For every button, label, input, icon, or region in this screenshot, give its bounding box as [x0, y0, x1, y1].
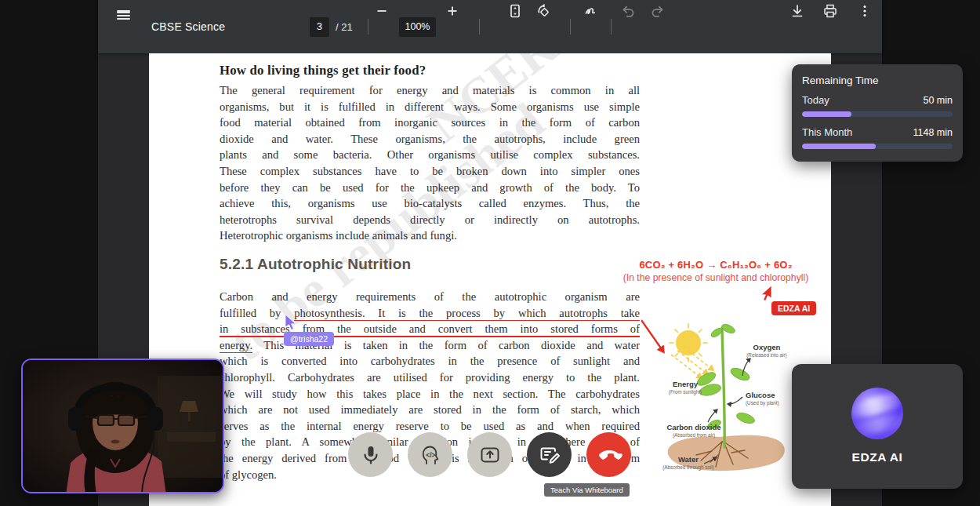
pdf-text-line: Heterotrophic organisms include animals …	[220, 228, 640, 244]
pdf-text-line: food material obtained from inorganic so…	[220, 115, 640, 131]
pdf-text-line: These complex substances have to be brok…	[220, 163, 640, 180]
zoom-level-input[interactable]: 100%	[399, 17, 436, 37]
plant-stem	[722, 328, 724, 447]
equation-condition: (In the presence of sunlight and chlorop…	[613, 272, 818, 283]
pdf-text-line: which is converted into carbohydrates in…	[220, 353, 640, 369]
download-icon[interactable]	[786, 0, 808, 22]
toolbar-divider	[611, 19, 612, 35]
pdf-text-line: energy. This material is taken in the fo…	[220, 337, 640, 354]
red-underline-annotation: in substances from the outside and conve…	[220, 322, 640, 337]
rotate-icon[interactable]	[532, 0, 554, 22]
ai-annotation-equation: 6CO₂ + 6H₂O → C₆H₁₂O₆ + 6O₂ (In the pres…	[613, 259, 818, 283]
diagram-sublabel-water: (Absorbed through soil)	[662, 464, 713, 471]
pdf-text-line: in substances from the outside and conve…	[220, 321, 640, 337]
today-progress-fill	[802, 111, 851, 117]
phone-down-icon	[596, 442, 622, 468]
month-progress-bar	[802, 144, 953, 149]
pdf-heading: How do living things get their food?	[220, 63, 426, 78]
ai-assist-button[interactable]: </>	[408, 432, 452, 477]
pdf-text-line: fulfilled by photosynthesis. It is the p…	[220, 305, 640, 322]
more-options-icon[interactable]	[854, 0, 876, 22]
upload-share-icon	[478, 443, 502, 467]
pdf-text-line: dioxide and water. These organisms, the …	[220, 131, 640, 147]
pdf-text-line: heterotrophs survival depends directly o…	[220, 212, 640, 228]
zoom-in-button[interactable]	[441, 0, 463, 22]
diagram-sublabel-glucose: (Used by plant)	[746, 400, 779, 406]
share-screen-button[interactable]	[467, 432, 512, 477]
student-video-frame	[23, 360, 224, 493]
ai-annotation-arrow	[641, 320, 663, 351]
pdf-text-line: plants and some bacteria. Other organism…	[220, 147, 640, 163]
pdf-text-line: chlorophyll. Carbohydrates are utilised …	[220, 369, 640, 386]
document-title: CBSE Science	[151, 0, 225, 53]
whiteboard-tooltip: Teach Via Whiteboard	[544, 483, 630, 497]
remaining-time-month-value: 1148 min	[913, 127, 953, 138]
ai-cursor-icon	[759, 285, 773, 302]
red-underline-annotation: photosynthesis. It is the process by whi…	[294, 307, 640, 322]
student-cursor-label: @trisha22	[284, 332, 334, 346]
diagram-sublabel-energy: (From sunlight)	[669, 389, 702, 395]
remaining-time-today-value: 50 min	[923, 95, 953, 106]
diagram-label-water: Water	[678, 455, 699, 464]
month-progress-fill	[802, 144, 876, 149]
pdf-text-line: The general requirement for energy and m…	[220, 82, 640, 99]
diagram-label-energy: Energy	[673, 380, 699, 388]
whiteboard-icon	[538, 443, 561, 467]
undo-icon[interactable]	[617, 0, 639, 22]
toolbar-divider	[479, 19, 480, 35]
pdf-text-line: We will study how this takes place in th…	[220, 386, 640, 402]
page-number-input[interactable]: 3	[310, 17, 329, 37]
ai-tutor-name: EDZA AI	[792, 450, 963, 464]
diagram-label-oxygen: Oxygen	[753, 343, 781, 351]
pdf-text-segment: fulfilled by	[220, 307, 294, 319]
student-cursor-icon	[284, 314, 298, 331]
ai-tutor-tile: EDZA AI	[792, 364, 963, 489]
page-count-label: / 21	[336, 0, 353, 53]
pdf-text-line: organisms, but it is fulfilled in differ…	[220, 99, 640, 115]
diagram-sublabel-co2: (Absorbed from air)	[673, 432, 715, 439]
pdf-paragraph-1: The general requirement for energy and m…	[220, 82, 640, 244]
hangup-button[interactable]	[586, 432, 631, 477]
print-icon[interactable]	[819, 0, 841, 22]
mic-icon	[359, 443, 383, 467]
toolbar-divider	[570, 19, 571, 35]
pdf-text-line: before they can be used for the upkeep a…	[220, 180, 640, 196]
menu-icon[interactable]	[112, 0, 134, 22]
red-underline-annotation: energy.	[220, 339, 252, 354]
mic-button[interactable]	[348, 432, 393, 477]
diagram-label-glucose: Glucose	[746, 391, 775, 399]
ai-cursor-label: EDZA AI	[771, 301, 816, 315]
zoom-out-button[interactable]	[371, 0, 393, 22]
equation-text: 6CO₂ + 6H₂O → C₆H₁₂O₆ + 6O₂	[613, 259, 818, 271]
fit-page-icon[interactable]	[504, 0, 526, 22]
pdf-text-line: Carbon and energy requirements of the au…	[220, 289, 640, 305]
remaining-time-title: Remaining Time	[802, 75, 879, 86]
student-silhouette	[66, 382, 166, 493]
remaining-time-month-label: This Month	[802, 126, 852, 138]
pdf-section-heading: 5.2.1 Autotrophic Nutrition	[220, 256, 411, 273]
annotate-pen-icon[interactable]	[579, 0, 601, 22]
pdf-text-line: which are not used immediately are store…	[220, 402, 640, 418]
today-progress-bar	[802, 111, 953, 117]
diagram-sublabel-oxygen: (Released into air)	[746, 352, 786, 359]
diagram-label-co2: Carbon dioxide	[666, 423, 720, 431]
remaining-time-panel: Remaining Time Today 50 min This Month 1…	[792, 64, 963, 162]
svg-text:</>: </>	[426, 450, 435, 458]
ai-avatar-orb	[851, 388, 903, 439]
pdf-text-line: achieve this, organisms use bio-catalyst…	[220, 195, 640, 212]
head-code-icon: </>	[419, 443, 442, 467]
remaining-time-today-label: Today	[802, 94, 829, 106]
whiteboard-button[interactable]	[527, 432, 572, 477]
pdf-toolbar: CBSE Science 3 / 21 100%	[98, 0, 882, 53]
redo-icon[interactable]	[647, 0, 669, 22]
student-video[interactable]	[21, 359, 224, 493]
toolbar-divider	[368, 19, 368, 35]
